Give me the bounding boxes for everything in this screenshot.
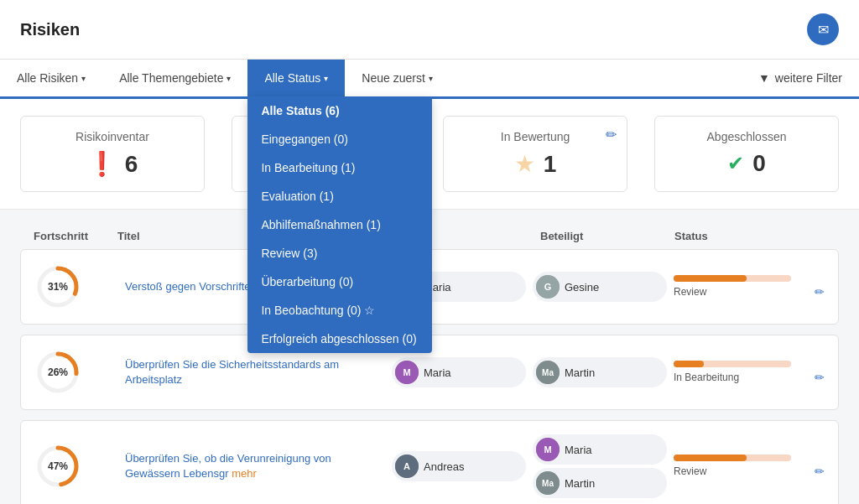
dropdown-item-0[interactable]: Alle Status (6) (247, 96, 432, 125)
title-col-row3: Überprüfen Sie, ob die Verunreinigung vo… (125, 451, 385, 481)
avatar-gesine-row1: G (536, 275, 560, 299)
nav-neue[interactable]: Neue zuerst ▾ (345, 60, 449, 96)
stat-bewertung-label: In Bewertung (501, 130, 570, 143)
stat-risiko-value: 6 (125, 151, 138, 178)
involved-chip-row3b: Ma Martin (533, 468, 667, 498)
stat-risiko-label: Risikoinventar (75, 130, 149, 143)
page-title: Risiken (20, 20, 80, 39)
nav-filter[interactable]: ▼ weitere Filter (742, 60, 859, 96)
assigned-col-row2: M Maria (392, 357, 526, 387)
status-bar-bg-row1 (674, 275, 791, 282)
avatar-martin-row3: Ma (536, 471, 560, 495)
nav-all-risks[interactable]: Alle Risiken ▾ (0, 60, 102, 96)
mail-button[interactable]: ✉ (807, 13, 839, 45)
status-edit-row1[interactable]: ✏ (815, 285, 825, 299)
progress-circle-row3: 47% (34, 443, 81, 490)
nav-all-risks-arrow: ▾ (81, 74, 86, 83)
status-bar-bg-row3 (674, 455, 791, 461)
nav-themen-label: Alle Themengebiete (119, 71, 223, 85)
status-bar-fill-row3 (674, 455, 747, 461)
nav-status-label: Alle Status (264, 71, 320, 85)
assigned-col-row3: A Andreas (392, 451, 526, 481)
status-col-row2: In Bearbeitung ✏ (674, 361, 825, 384)
assigned-chip-row3: A Andreas (392, 451, 526, 481)
dropdown-item-5[interactable]: Review (3) (247, 239, 432, 268)
status-text-row2: In Bearbeitung (674, 372, 739, 383)
nav-themen-arrow: ▾ (226, 74, 231, 83)
dropdown-item-4[interactable]: Abhilfemaßnahmen (1) (247, 210, 432, 239)
involved-col-row1: G Gesine (533, 272, 667, 302)
table-row: 47% Überprüfen Sie, ob die Verunreinigun… (20, 420, 839, 504)
page-header: Risiken ✉ (0, 0, 859, 60)
nav-status-arrow: ▾ (324, 74, 328, 83)
involved-chip-row2: Ma Martin (533, 357, 667, 387)
col-header-status: Status (674, 230, 825, 242)
status-edit-row2[interactable]: ✏ (815, 371, 825, 384)
assigned-name-row3: Andreas (424, 460, 464, 473)
assigned-name-row2: Maria (424, 366, 451, 379)
avatar-andreas-row3: A (395, 455, 419, 478)
status-bar-fill-row1 (674, 275, 747, 282)
stat-abgeschlossen-value: 0 (752, 150, 766, 177)
status-edit-row3[interactable]: ✏ (815, 465, 825, 478)
row3-more[interactable]: mehr (232, 467, 257, 480)
stat-abgeschlossen: Abgeschlossen ✔ 0 (654, 116, 839, 192)
avatar-maria-row3: M (536, 438, 560, 461)
col-header-beteiligt: Beteiligt (540, 230, 674, 242)
dropdown-item-1[interactable]: Eingegangen (0) (247, 125, 432, 153)
stat-bewertung: ✏ In Bewertung ★ 1 (443, 116, 627, 192)
dropdown-item-6[interactable]: Überarbeitung (0) (247, 268, 432, 296)
status-bar-fill-row2 (674, 361, 704, 367)
col-header-fortschritt: Fortschritt (34, 230, 117, 242)
svg-text:M: M (403, 367, 410, 377)
bewertung-edit-pencil[interactable]: ✏ (606, 127, 617, 143)
title-col-row2: Überprüfen Sie die Sicherheitsstandards … (125, 357, 385, 387)
abgeschlossen-icon: ✔ (727, 152, 744, 175)
status-text-row1: Review (674, 286, 706, 298)
row2-title[interactable]: Überprüfen Sie die Sicherheitsstandards … (125, 358, 339, 386)
stat-bewertung-value: 1 (544, 151, 557, 178)
avatar-martin-row2: Ma (536, 361, 560, 384)
nav-neue-label: Neue zuerst (362, 71, 424, 85)
stat-abgeschlossen-label: Abgeschlossen (707, 130, 787, 143)
filter-label: weitere Filter (775, 71, 842, 85)
progress-circle-row2: 26% (34, 349, 81, 396)
svg-text:Ma: Ma (542, 368, 554, 377)
avatar-maria-row2: M (395, 361, 419, 384)
status-col-row3: Review ✏ (674, 455, 825, 478)
risiko-icon: ❗ (87, 150, 117, 178)
progress-label-row1: 31% (48, 281, 68, 293)
status-text-row3: Review (674, 465, 706, 477)
nav-status[interactable]: Alle Status ▾ Alle Status (6) Eingegange… (247, 60, 345, 96)
progress-label-row2: 26% (48, 366, 68, 378)
status-dropdown: Alle Status (6) Eingegangen (0) In Bearb… (247, 96, 432, 353)
involved-name-row2: Martin (565, 366, 595, 379)
bewertung-star-icon: ★ (514, 150, 535, 178)
involved-col-row3: M Maria Ma Martin (533, 434, 667, 498)
svg-text:A: A (403, 461, 410, 471)
svg-text:Ma: Ma (542, 479, 554, 488)
involved-name-row1: Gesine (565, 281, 599, 294)
nav-themen[interactable]: Alle Themengebiete ▾ (102, 60, 247, 96)
stat-risikoinventar: Risikoinventar ❗ 6 (20, 116, 205, 192)
assigned-chip-row2: M Maria (392, 357, 526, 387)
svg-text:M: M (544, 444, 551, 455)
filter-icon: ▼ (758, 71, 770, 85)
nav-all-risks-label: Alle Risiken (17, 71, 78, 85)
dropdown-item-3[interactable]: Evaluation (1) (247, 182, 432, 210)
dropdown-item-7[interactable]: In Beobachtung (0) ☆ (247, 296, 432, 325)
progress-label-row3: 47% (48, 460, 68, 472)
dropdown-item-2[interactable]: In Bearbeitung (1) (247, 153, 432, 182)
svg-text:G: G (544, 282, 552, 292)
nav-bar: Alle Risiken ▾ Alle Themengebiete ▾ Alle… (0, 60, 859, 99)
involved-chip-row1: G Gesine (533, 272, 667, 302)
dropdown-item-8[interactable]: Erfolgreich abgeschlossen (0) (247, 325, 432, 353)
status-col-row1: Review ✏ (674, 275, 825, 299)
involved-name-row3a: Maria (565, 444, 592, 456)
involved-name-row3b: Martin (565, 477, 595, 490)
row3-title[interactable]: Überprüfen Sie, ob die Verunreinigung vo… (125, 452, 331, 480)
status-bar-bg-row2 (674, 361, 791, 367)
involved-col-row2: Ma Martin (533, 357, 667, 387)
nav-neue-arrow: ▾ (429, 74, 433, 83)
progress-circle-row1: 31% (34, 263, 81, 310)
